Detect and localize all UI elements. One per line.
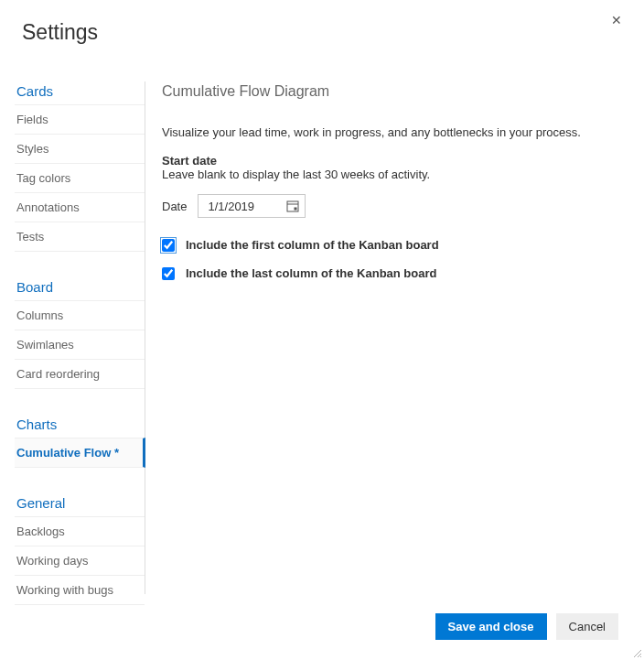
cancel-button[interactable]: Cancel xyxy=(556,613,618,640)
sidebar-item-tag-colors[interactable]: Tag colors xyxy=(15,163,145,192)
date-label: Date xyxy=(162,200,187,213)
close-icon[interactable]: ✕ xyxy=(611,14,622,27)
sidebar-item-styles[interactable]: Styles xyxy=(15,134,145,163)
panel-description: Visualize your lead time, work in progre… xyxy=(162,125,622,139)
include-last-column-row: Include the last column of the Kanban bo… xyxy=(162,266,622,280)
include-first-column-checkbox[interactable] xyxy=(162,239,175,252)
date-input[interactable] xyxy=(208,200,286,213)
sidebar-item-columns[interactable]: Columns xyxy=(15,300,145,330)
sidebar-item-swimlanes[interactable]: Swimlanes xyxy=(15,330,145,359)
include-first-column-label: Include the first column of the Kanban b… xyxy=(186,238,439,252)
start-date-hint: Leave blank to display the last 30 weeks… xyxy=(162,168,622,181)
nav-group-board: Board xyxy=(15,274,145,300)
sidebar-item-working-with-bugs[interactable]: Working with bugs xyxy=(15,575,145,605)
dialog-title: Settings xyxy=(0,0,644,45)
resize-grip-icon[interactable] xyxy=(631,647,642,658)
sidebar-item-cumulative-flow[interactable]: Cumulative Flow * xyxy=(15,438,145,468)
svg-rect-2 xyxy=(295,208,297,211)
main-panel: Cumulative Flow Diagram Visualize your l… xyxy=(145,81,644,594)
start-date-label: Start date xyxy=(162,154,622,168)
calendar-icon[interactable] xyxy=(286,200,299,212)
include-last-column-label: Include the last column of the Kanban bo… xyxy=(186,266,436,280)
save-and-close-button[interactable]: Save and close xyxy=(435,613,547,640)
nav-group-charts: Charts xyxy=(15,411,145,438)
sidebar-item-card-reordering[interactable]: Card reordering xyxy=(15,359,145,389)
include-first-column-row: Include the first column of the Kanban b… xyxy=(162,238,622,252)
svg-line-3 xyxy=(634,650,641,657)
settings-sidebar: Cards Fields Styles Tag colors Annotatio… xyxy=(0,81,145,594)
sidebar-item-working-days[interactable]: Working days xyxy=(15,546,145,575)
nav-group-general: General xyxy=(15,490,145,516)
panel-title: Cumulative Flow Diagram xyxy=(162,83,622,100)
include-last-column-checkbox[interactable] xyxy=(162,267,175,280)
date-input-wrapper[interactable] xyxy=(198,194,306,218)
sidebar-item-tests[interactable]: Tests xyxy=(15,222,145,252)
sidebar-item-annotations[interactable]: Annotations xyxy=(15,192,145,222)
svg-line-5 xyxy=(640,656,641,657)
sidebar-item-fields[interactable]: Fields xyxy=(15,104,145,134)
nav-group-cards: Cards xyxy=(15,81,145,104)
dialog-footer: Save and close Cancel xyxy=(435,613,618,640)
sidebar-item-backlogs[interactable]: Backlogs xyxy=(15,516,145,546)
